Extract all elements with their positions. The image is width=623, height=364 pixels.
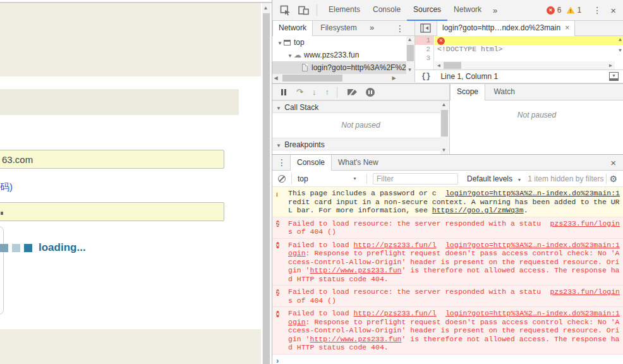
scroll-left-icon[interactable]: ◀	[435, 63, 442, 69]
sidebar-more-tabs-icon[interactable]: »	[365, 23, 379, 32]
debugger-vertical-scrollbar[interactable]: ▲ ▼	[440, 101, 449, 154]
code-line[interactable]: <!DOCTYPE html>	[435, 45, 623, 54]
pretty-print-icon[interactable]: {}	[421, 72, 430, 81]
message-source-link[interactable]: pzs233.fun/login	[550, 288, 620, 296]
console-message: ×login?goto=http%3A%2…n-index.do%23main:…	[272, 239, 623, 286]
context-selector-value: top	[298, 174, 308, 183]
tab-sidebar-filesystem[interactable]: Filesystem	[315, 21, 362, 36]
step-over-icon[interactable]: ↷	[296, 87, 303, 97]
scroll-right-icon[interactable]: ▶	[390, 75, 397, 82]
error-count[interactable]: 6	[557, 6, 562, 15]
console-filter-input[interactable]	[373, 173, 458, 185]
drawer-close-icon[interactable]: ×	[608, 157, 623, 168]
tree-vertical-scrollbar[interactable]: ▲ ▼	[406, 36, 414, 74]
breakpoints-section-header[interactable]: ▼ Breakpoints	[272, 138, 449, 150]
scroll-up-icon[interactable]: ▲	[406, 37, 413, 43]
message-source-link[interactable]: pzs233.fun/login	[550, 219, 620, 228]
tab-whats-new[interactable]: What's New	[332, 155, 385, 171]
disclosure-triangle-icon[interactable]: ▼	[286, 50, 294, 63]
line-number[interactable]: 3	[415, 54, 433, 63]
page-header-bar	[0, 89, 239, 115]
more-tabs-icon[interactable]: »	[488, 6, 502, 15]
device-toolbar-icon[interactable]	[298, 6, 309, 15]
error-badge-icon[interactable]: ×	[547, 6, 555, 15]
deactivate-breakpoints-icon[interactable]	[348, 89, 357, 95]
message-text-segment: Failed to load	[288, 309, 354, 317]
message-source-link[interactable]: login?goto=http%3A%2…n-index.do%23main:1	[445, 189, 620, 198]
scroll-thumb[interactable]	[407, 45, 414, 61]
scroll-up-icon[interactable]: ▲	[262, 5, 269, 11]
devtools-panel: Elements Console Sources Network » × 6 !…	[272, 0, 623, 364]
message-text: pzs233.fun/loginFailed to load resource:…	[288, 288, 620, 305]
page-scroll-thumb[interactable]	[263, 13, 270, 364]
inspect-element-icon[interactable]	[280, 5, 291, 16]
context-selector[interactable]: top ▼	[298, 174, 361, 183]
step-into-icon[interactable]: ↓	[312, 87, 317, 97]
tab-sidebar-network[interactable]: Network	[272, 21, 313, 36]
sidebar-menu-icon[interactable]: ⋮	[389, 23, 411, 33]
loading-square-icon	[12, 244, 20, 252]
scope-status: Not paused	[450, 100, 623, 128]
scroll-up-icon[interactable]: ▲	[440, 102, 447, 108]
devtools-menu-icon[interactable]: ⋮	[586, 5, 608, 15]
step-out-icon[interactable]: ↑	[325, 87, 329, 97]
password-field[interactable]	[0, 202, 224, 221]
line-number[interactable]: 1	[415, 36, 433, 45]
tree-row-domain[interactable]: ▼☁www.pzs233.fun	[272, 49, 414, 61]
disclosure-triangle-icon[interactable]: ▼	[276, 37, 284, 50]
line-number[interactable]: 2	[415, 45, 433, 54]
scroll-thumb[interactable]	[444, 62, 461, 69]
toolbar-divider	[291, 174, 292, 184]
scroll-down-icon[interactable]: ▼	[440, 147, 447, 154]
warning-count[interactable]: 1	[578, 6, 582, 15]
collapse-navigator-icon[interactable]	[420, 23, 431, 35]
message-source-link[interactable]: login?goto=http%3A%2…n-index.do%23main:1	[445, 309, 620, 318]
page-banner	[0, 3, 261, 76]
page-scrollbar[interactable]: ▲	[262, 3, 270, 364]
inline-link[interactable]: http://www.pzs233.fun	[310, 335, 402, 343]
drawer-menu-icon[interactable]: ⋮	[272, 157, 290, 167]
scroll-thumb[interactable]	[441, 110, 448, 136]
page-link[interactable]: 码)	[0, 181, 13, 193]
file-tab-label: login?goto=http…ndex.do%23main	[442, 23, 560, 32]
console-settings-gear-icon[interactable]: ⚙	[609, 174, 617, 184]
devtools-close-icon[interactable]: ×	[608, 5, 623, 16]
scroll-left-icon[interactable]: ◀	[272, 75, 279, 82]
tab-scope[interactable]: Scope	[450, 84, 485, 100]
call-stack-section-header[interactable]: ▼ Call Stack	[272, 100, 449, 113]
tree-horizontal-scrollbar[interactable]: ◀ ▶	[272, 74, 414, 82]
tab-console[interactable]: Console	[366, 0, 407, 21]
tab-sources[interactable]: Sources	[407, 0, 447, 21]
tab-elements[interactable]: Elements	[322, 0, 366, 21]
scroll-up-icon[interactable]: ▲	[617, 37, 623, 43]
scroll-down-icon[interactable]: ▼	[406, 67, 413, 73]
error-count-badge: 2	[276, 219, 285, 236]
console-prompt[interactable]: ›	[272, 355, 623, 364]
email-field[interactable]	[0, 150, 224, 169]
highlighted-error-line[interactable]: ×	[435, 36, 623, 45]
scroll-down-icon[interactable]: ▼	[617, 47, 623, 54]
file-tab-close-icon[interactable]: ×	[565, 23, 569, 32]
source-editor[interactable]: 1 2 3 × <!DOCTYPE html> ▲ ▼ ◀ ▶	[415, 36, 623, 70]
inline-link[interactable]: http://www.pzs233.fun	[310, 266, 402, 274]
message-source-link[interactable]: login?goto=http%3A%2…n-index.do%23main:1	[445, 241, 620, 250]
pause-on-exceptions-icon[interactable]	[366, 88, 375, 97]
tree-row-file[interactable]: login?goto=http%3A%2F%2	[272, 61, 414, 74]
tab-network[interactable]: Network	[447, 0, 488, 21]
tab-console-drawer[interactable]: Console	[290, 155, 332, 171]
panel-toggle-icon[interactable]: ▼	[609, 72, 619, 81]
file-tab[interactable]: login?goto=http…ndex.do%23main×	[437, 21, 575, 36]
tree-row-top[interactable]: ▼top	[272, 36, 414, 49]
log-levels-selector[interactable]: Default levels ▼	[467, 174, 521, 183]
tab-watch[interactable]: Watch	[487, 84, 521, 100]
clear-console-icon[interactable]	[278, 175, 286, 183]
scroll-thumb[interactable]	[282, 75, 342, 82]
scroll-right-icon[interactable]: ▶	[607, 63, 614, 69]
inline-link[interactable]: https://goo.gl/zmWq3m	[432, 206, 524, 214]
editor-vertical-scrollbar[interactable]: ▲ ▼	[615, 36, 623, 61]
warning-badge-icon[interactable]: !	[567, 7, 575, 14]
loading-indicator: loading...	[0, 242, 86, 253]
hidden-items-note: 1 item hidden by filters	[528, 174, 603, 183]
editor-horizontal-scrollbar[interactable]: ◀ ▶	[435, 61, 615, 70]
pause-script-icon[interactable]	[281, 89, 287, 95]
